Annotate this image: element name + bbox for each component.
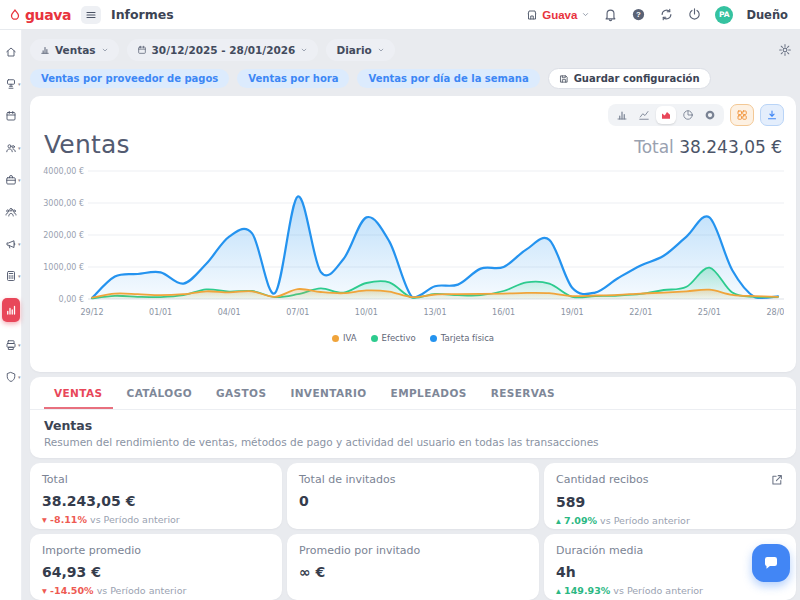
chevron-down-icon — [377, 46, 385, 54]
guava-droplet-icon — [8, 8, 22, 22]
filter-chip-1[interactable]: Ventas por hora — [237, 69, 349, 88]
chart-header: Ventas Total 38.243,05 € — [42, 130, 784, 159]
tab-catalogo[interactable]: CATÁLOGO — [117, 377, 202, 409]
section-subtitle: Resumen del rendimiento de ventas, métod… — [44, 436, 782, 448]
donut-chart-icon — [704, 109, 716, 121]
section-title: Ventas — [44, 418, 782, 433]
svg-text:28/01: 28/01 — [766, 308, 784, 317]
legend-dot — [332, 335, 339, 342]
tab-empleados[interactable]: EMPLEADOS — [381, 377, 477, 409]
filter-row: Ventas 30/12/2025 - 28/01/2026 Diario — [30, 39, 796, 61]
svg-text:3000,00 €: 3000,00 € — [43, 199, 84, 208]
menu-toggle-button[interactable] — [81, 6, 101, 24]
stat-label: Cantidad recibos — [556, 473, 649, 486]
notifications-button[interactable] — [603, 7, 618, 22]
filter-chip-2[interactable]: Ventas por día de la semana — [357, 69, 539, 88]
sidebar-item-customers[interactable]: ▾ — [0, 138, 22, 157]
download-button[interactable] — [760, 104, 784, 126]
chart-type-line-button[interactable] — [634, 106, 654, 124]
svg-text:07/01: 07/01 — [286, 308, 309, 317]
report-tabs: VENTASCATÁLOGOGASTOSINVENTARIOEMPLEADOSR… — [30, 377, 796, 410]
hamburger-icon — [85, 9, 97, 21]
stat-value: 4h — [556, 564, 784, 580]
stat-label: Importe promedio — [42, 544, 141, 557]
save-configuration-label: Guardar configuración — [574, 73, 700, 84]
legend-item: Tarjeta física — [430, 333, 494, 343]
open-detail-button[interactable] — [770, 473, 784, 487]
stat-label: Duración media — [556, 544, 643, 557]
sidebar-item-marketing[interactable]: ▾ — [0, 234, 22, 253]
chart-total-label: Total — [634, 137, 674, 157]
stat-card-importe-promedio: Importe promedio64,93 €▾ -14.50% vs Perí… — [30, 534, 282, 600]
svg-text:0,00 €: 0,00 € — [59, 295, 84, 304]
help-button[interactable]: ? — [631, 7, 646, 22]
bell-icon — [603, 7, 618, 22]
sidebar-item-team[interactable] — [0, 202, 22, 221]
power-icon — [687, 7, 702, 22]
chevron-down-icon — [101, 46, 109, 54]
sidebar-item-home[interactable] — [0, 42, 22, 61]
chart-type-donut-button[interactable] — [700, 106, 720, 124]
calendar-icon — [137, 45, 147, 55]
refresh-icon — [659, 7, 674, 22]
store-name: Guava — [542, 9, 577, 21]
home-icon — [5, 46, 17, 58]
stat-value: 0 — [299, 493, 527, 509]
customers-icon — [5, 142, 17, 154]
stats-grid: Total38.243,05 €▾ -8.11% vs Período ante… — [30, 463, 796, 600]
svg-text:16/01: 16/01 — [492, 308, 515, 317]
svg-text:29/12: 29/12 — [80, 308, 103, 317]
chevron-down-icon — [581, 10, 590, 19]
chart-type-bar-button[interactable] — [612, 106, 632, 124]
chat-bubble-icon — [762, 554, 780, 572]
tab-inventario[interactable]: INVENTARIO — [280, 377, 376, 409]
sidebar-item-briefcase[interactable]: ▾ — [0, 170, 22, 189]
pie-chart-icon — [682, 109, 694, 121]
sidebar-item-devices[interactable]: ▾ — [0, 335, 22, 354]
sidebar-item-security[interactable]: ▾ — [0, 367, 22, 386]
stat-label: Total de invitados — [299, 473, 396, 486]
save-configuration-button[interactable]: Guardar configuración — [548, 68, 711, 89]
logout-button[interactable] — [687, 7, 702, 22]
settings-button[interactable] — [778, 43, 792, 57]
sidebar-item-pos[interactable]: ▾ — [0, 74, 22, 93]
stat-card-total: Total38.243,05 €▾ -8.11% vs Período ante… — [30, 463, 282, 529]
chart-type-pie-button[interactable] — [678, 106, 698, 124]
sidebar-item-reports[interactable] — [2, 298, 20, 322]
chevron-down-icon: ▾ — [18, 178, 21, 183]
brand-text: guava — [25, 7, 71, 23]
chat-button[interactable] — [752, 544, 790, 582]
briefcase-icon — [5, 174, 17, 186]
svg-text:19/01: 19/01 — [561, 308, 584, 317]
avatar[interactable]: PA — [715, 6, 733, 24]
refresh-button[interactable] — [659, 7, 674, 22]
svg-text:13/01: 13/01 — [423, 308, 446, 317]
sales-chart-svg: 0,00 €1000,00 €2000,00 €3000,00 €4000,00… — [42, 167, 784, 329]
chart-type-area-button[interactable] — [656, 106, 676, 124]
tab-ventas[interactable]: VENTAS — [44, 377, 113, 409]
sidebar: ▾▾▾▾▾▾▾ — [0, 30, 22, 600]
sidebar-item-calendar[interactable] — [0, 106, 22, 125]
report-type-select[interactable]: Ventas — [30, 39, 119, 61]
marketing-icon — [5, 238, 17, 250]
page-title: Informes — [111, 7, 174, 22]
tab-reservas[interactable]: RESERVAS — [481, 377, 565, 409]
guava-logo[interactable]: guava — [8, 7, 71, 23]
widgets-button[interactable] — [730, 104, 754, 126]
download-icon — [766, 109, 778, 121]
sales-chart: 0,00 €1000,00 €2000,00 €3000,00 €4000,00… — [42, 167, 784, 333]
line-chart-icon — [638, 109, 650, 121]
chart-type-switcher — [608, 104, 724, 126]
filter-chip-0[interactable]: Ventas por proveedor de pagos — [30, 69, 229, 88]
date-range-picker[interactable]: 30/12/2025 - 28/01/2026 — [127, 39, 319, 61]
granularity-value: Diario — [336, 44, 371, 56]
granularity-select[interactable]: Diario — [326, 39, 394, 61]
chart-title: Ventas — [44, 130, 130, 159]
tab-gastos[interactable]: GASTOS — [206, 377, 276, 409]
save-icon — [559, 74, 569, 84]
legend-item: Efectivo — [371, 333, 416, 343]
store-selector[interactable]: Guava — [526, 9, 590, 21]
stat-label: Promedio por invitado — [299, 544, 420, 557]
sidebar-item-accounting[interactable]: ▾ — [0, 266, 22, 285]
main-content: Ventas 30/12/2025 - 28/01/2026 Diario Ve… — [22, 30, 800, 600]
